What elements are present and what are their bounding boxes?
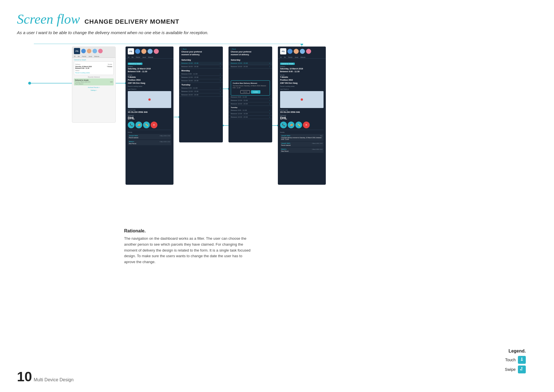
- svg-rect-20: [522, 368, 522, 371]
- legend-touch-label: Touch: [505, 358, 516, 362]
- mockup-screen-2: FS AllMePatrickJaredMelanie Claimed by J…: [126, 47, 173, 185]
- page-number-section: 10 Multi Device Design: [17, 370, 74, 384]
- rationale-section: Rationale. The navigation on the dashboa…: [124, 228, 251, 265]
- page-number: 10: [17, 370, 32, 384]
- map-view: [128, 91, 171, 108]
- mockup-screen-1: FS AllMePatrickJaredMelanie Claimed by J…: [72, 47, 116, 123]
- modal-confirm-btn[interactable]: Confirm: [251, 90, 261, 94]
- svg-marker-21: [520, 369, 521, 371]
- rationale-title: Rationale.: [124, 228, 251, 234]
- rationale-text: The navigation on the dashboard works as…: [124, 236, 251, 265]
- change-delivery-btn-5[interactable]: 🚚: [288, 122, 294, 128]
- mockup-screen-4: < Back Choose your preferedmoment of del…: [228, 47, 272, 142]
- legend-title: Legend.: [505, 349, 526, 354]
- contact-direct-btn[interactable]: 📞: [128, 122, 135, 128]
- map-view-5: [280, 91, 324, 108]
- change-delivery-title: CHANGE DELIVERY MOMENT: [85, 18, 179, 25]
- back-nav-4[interactable]: < Back: [228, 47, 272, 50]
- touch-icon: [518, 356, 526, 364]
- legend-section: Legend. Touch Swipe: [505, 349, 526, 375]
- flow-diagram: FS AllMePatrickJaredMelanie Claimed by J…: [17, 44, 537, 190]
- page-header: Screen flow CHANGE DELIVERY MOMENT As a …: [17, 11, 208, 36]
- cancel-parcel-btn-5[interactable]: ✕: [303, 122, 310, 128]
- add-note-btn-5[interactable]: ✏️: [295, 122, 302, 128]
- screen-flow-title: Screen flow: [17, 11, 80, 27]
- svg-point-19: [521, 367, 522, 368]
- legend-swipe-label: Swipe: [505, 367, 516, 372]
- modal-cancel-btn[interactable]: Cancel: [240, 90, 250, 94]
- contact-direct-btn-5[interactable]: 📞: [280, 122, 287, 128]
- add-note-btn[interactable]: ✏️: [143, 122, 150, 128]
- legend-touch: Touch: [505, 356, 526, 364]
- page-subtitle: As a user I want to be able to change th…: [17, 30, 208, 36]
- archived-link[interactable]: Archived Parcels >: [74, 87, 114, 88]
- svg-point-15: [300, 44, 303, 45]
- swipe-icon: [518, 365, 526, 373]
- confirm-modal: Confirm New Delivery Moment You have cho…: [231, 80, 270, 96]
- svg-point-16: [521, 358, 522, 359]
- svg-point-0: [28, 82, 31, 85]
- legend-swipe: Swipe: [505, 365, 526, 373]
- page-label: Multi Device Design: [34, 377, 73, 382]
- mockup-screen-3: < Back Choose your preferedmoment of del…: [179, 47, 223, 142]
- change-delivery-btn[interactable]: 🚚: [135, 122, 142, 128]
- mockup-screen-5: FS AllMePatrickJaredMelanie Claimed by J…: [278, 47, 326, 185]
- cancel-parcel-btn[interactable]: ✕: [151, 122, 157, 128]
- svg-rect-18: [521, 360, 523, 360]
- back-nav-3[interactable]: < Back: [179, 47, 223, 50]
- settings-link[interactable]: Settings >: [74, 89, 114, 91]
